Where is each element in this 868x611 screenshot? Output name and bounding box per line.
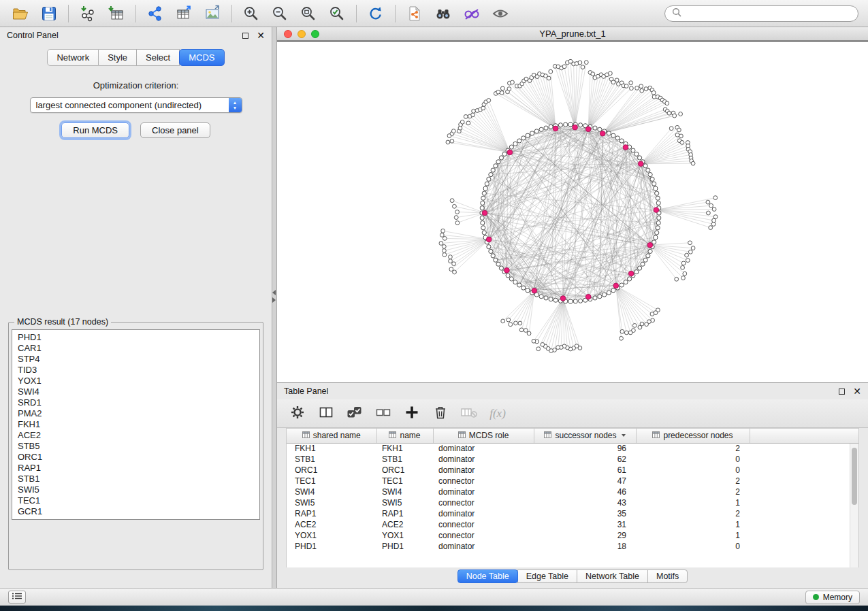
zoom-selected-button[interactable] [323, 3, 351, 24]
tab-node-table[interactable]: Node Table [457, 569, 518, 583]
result-node-item[interactable]: PMA2 [18, 408, 254, 419]
column-header-shared-name[interactable]: shared name [287, 429, 376, 443]
column-header-predecessor-nodes[interactable]: predecessor nodes [636, 429, 750, 443]
table-settings-button[interactable] [288, 403, 307, 424]
tab-network-table[interactable]: Network Table [577, 569, 648, 583]
find-neighbors-button[interactable] [430, 3, 457, 24]
cell-name[interactable]: ORC1 [376, 465, 433, 476]
cell-name[interactable]: SWI5 [376, 497, 433, 508]
result-node-item[interactable]: FKH1 [18, 419, 254, 430]
export-image-button[interactable] [199, 3, 226, 24]
tab-motifs[interactable]: Motifs [647, 569, 688, 583]
minimize-window-icon[interactable] [298, 30, 306, 38]
result-node-item[interactable]: RAP1 [18, 463, 254, 474]
export-table-button[interactable] [170, 3, 197, 24]
cell-successor-nodes[interactable]: 46 [534, 486, 636, 497]
function-builder-button[interactable]: f(x) [488, 403, 507, 424]
mcds-result-list[interactable]: PHD1CAR1STP4TID3YOX1SWI4SRD1PMA2FKH1ACE2… [12, 329, 260, 520]
deselect-all-button[interactable] [374, 403, 393, 424]
cell-predecessor-nodes[interactable]: 2 [636, 443, 750, 454]
cell-name[interactable]: FKH1 [376, 443, 433, 454]
cell-successor-nodes[interactable]: 31 [534, 519, 636, 530]
collapse-right-icon[interactable] [272, 297, 276, 303]
cell-predecessor-nodes[interactable]: 0 [636, 454, 750, 465]
close-table-panel-icon[interactable]: ✕ [853, 386, 861, 396]
cell-name[interactable]: PHD1 [376, 541, 433, 552]
cell-shared-name[interactable]: SWI4 [287, 486, 376, 497]
add-row-button[interactable] [402, 403, 421, 424]
criterion-dropdown[interactable]: largest connected component (undirected)… [30, 97, 242, 113]
cell-mcds-role[interactable]: connector [433, 497, 534, 508]
network-canvas[interactable] [277, 41, 868, 382]
column-header-mcds-role[interactable]: MCDS role [433, 429, 534, 443]
table-row[interactable]: ACE2 ACE2 connector 31 1 [287, 519, 858, 530]
cell-predecessor-nodes[interactable]: 2 [636, 476, 750, 486]
tab-style[interactable]: Style [99, 49, 137, 66]
new-network-from-selection-button[interactable] [401, 3, 428, 24]
cell-shared-name[interactable]: ORC1 [287, 465, 376, 476]
scrollbar-thumb[interactable] [852, 448, 857, 505]
cell-successor-nodes[interactable]: 47 [534, 476, 636, 486]
tab-mcds[interactable]: MCDS [179, 49, 224, 66]
cell-predecessor-nodes[interactable]: 0 [636, 465, 750, 476]
cell-mcds-role[interactable]: dominator [433, 454, 534, 465]
table-row[interactable]: FKH1 FKH1 dominator 96 2 [287, 443, 858, 454]
cell-predecessor-nodes[interactable]: 1 [636, 519, 750, 530]
cell-shared-name[interactable]: YOX1 [287, 530, 376, 541]
open-session-button[interactable] [7, 3, 34, 24]
tab-select[interactable]: Select [137, 49, 180, 66]
cell-successor-nodes[interactable]: 18 [534, 541, 636, 552]
result-node-item[interactable]: TID3 [18, 365, 254, 376]
result-node-item[interactable]: SWI4 [18, 386, 254, 397]
table-row[interactable]: SWI4 SWI4 dominator 46 2 [287, 486, 858, 497]
panel-splitter[interactable] [272, 27, 277, 588]
cell-mcds-role[interactable]: dominator [433, 486, 534, 497]
cell-name[interactable]: RAP1 [376, 508, 433, 519]
cell-shared-name[interactable]: TEC1 [287, 476, 376, 486]
cell-shared-name[interactable]: RAP1 [287, 508, 376, 519]
cell-shared-name[interactable]: PHD1 [287, 541, 376, 552]
float-panel-icon[interactable] [242, 33, 248, 39]
column-header-name[interactable]: name [376, 429, 433, 443]
cell-name[interactable]: SWI4 [376, 486, 433, 497]
show-columns-button[interactable] [317, 403, 336, 424]
close-window-icon[interactable] [284, 30, 292, 38]
cell-successor-nodes[interactable]: 61 [534, 465, 636, 476]
cell-successor-nodes[interactable]: 43 [534, 497, 636, 508]
float-table-panel-icon[interactable] [839, 389, 845, 395]
tab-network[interactable]: Network [47, 49, 99, 66]
cell-shared-name[interactable]: STB1 [287, 454, 376, 465]
table-row[interactable]: YOX1 YOX1 connector 29 1 [287, 530, 858, 541]
result-node-item[interactable]: STB1 [18, 474, 254, 484]
hide-selected-button[interactable] [458, 3, 485, 24]
result-node-item[interactable]: ACE2 [18, 430, 254, 441]
table-scrollbar[interactable] [850, 444, 858, 567]
result-node-item[interactable]: TEC1 [18, 495, 254, 506]
table-row[interactable]: STB1 STB1 dominator 62 0 [287, 454, 858, 465]
result-node-item[interactable]: YOX1 [18, 376, 254, 386]
close-panel-button[interactable]: Close panel [140, 122, 210, 138]
save-session-button[interactable] [35, 3, 63, 24]
result-node-item[interactable]: PHD1 [18, 332, 254, 343]
cell-predecessor-nodes[interactable]: 0 [636, 541, 750, 552]
zoom-fit-button[interactable] [295, 3, 322, 24]
result-node-item[interactable]: SWI5 [18, 484, 254, 495]
result-node-item[interactable]: GCR1 [18, 506, 254, 517]
result-node-item[interactable]: SRD1 [18, 397, 254, 408]
cell-name[interactable]: ACE2 [376, 519, 433, 530]
table-row[interactable]: SWI5 SWI5 connector 43 1 [287, 497, 858, 508]
result-node-item[interactable]: STP4 [18, 354, 254, 365]
table-row[interactable]: PHD1 PHD1 dominator 18 0 [287, 541, 858, 552]
memory-button[interactable]: Memory [805, 591, 860, 604]
run-mcds-button[interactable]: Run MCDS [61, 122, 129, 138]
show-all-button[interactable] [487, 3, 514, 24]
cell-successor-nodes[interactable]: 29 [534, 530, 636, 541]
search-input[interactable] [686, 8, 851, 18]
import-network-button[interactable] [74, 3, 101, 24]
cell-mcds-role[interactable]: connector [433, 519, 534, 530]
table-row[interactable]: RAP1 RAP1 dominator 35 2 [287, 508, 858, 519]
result-node-item[interactable]: STB5 [18, 441, 254, 452]
cell-predecessor-nodes[interactable]: 1 [636, 497, 750, 508]
cell-shared-name[interactable]: ACE2 [287, 519, 376, 530]
refresh-button[interactable] [362, 3, 389, 24]
